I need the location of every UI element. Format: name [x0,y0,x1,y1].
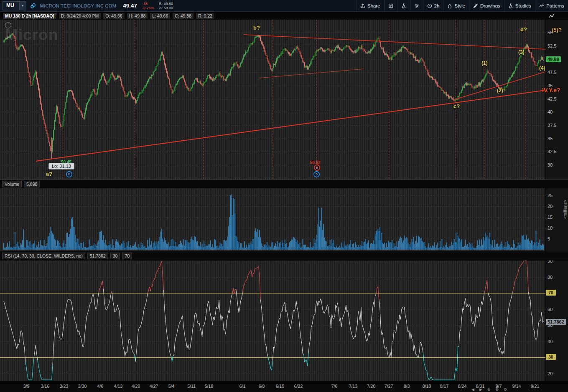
volume-canvas[interactable] [0,188,545,251]
last-price-badge: 49.88 [546,56,561,62]
high-price-label: 50.82 [310,160,321,165]
price-axis-tick: 42.5 [548,96,556,101]
wave-label-2[interactable]: (2) [497,88,503,94]
wave-label-3[interactable]: (3) [518,49,525,55]
drawings-label: Drawings [480,3,500,8]
patterns-button[interactable]: Patterns [535,0,568,11]
company-name: MICRON TECHNOLOGY INC COM [40,3,117,8]
toolbar-right-group: Share 2h Style Drawings [356,0,568,11]
time-axis-tick: 7/13 [345,384,362,389]
timeframe-button[interactable]: 2h [423,0,443,11]
volume-axis-tick: 10 [548,225,553,230]
rsi-overbought-badge: 70 [546,290,556,296]
time-axis-tick: 7/6 [326,384,343,389]
rsi-last-badge: 51.7862 [546,319,566,325]
chart-style-toggle[interactable] [549,13,555,18]
time-axis-tick: 8/10 [418,384,435,389]
timeframe-label: 2h [434,3,440,8]
wave-label-b[interactable]: b? [253,25,260,31]
price-axis-tick: 32.5 [548,149,556,154]
notes-button[interactable] [384,0,397,11]
rsi-axis-tick: 40 [548,339,553,344]
time-axis-tick: 3/23 [56,384,72,389]
wave-label-c[interactable]: c? [453,103,460,109]
volume-pane: 252015105 <millions> [0,188,568,251]
beaker-icon [508,3,513,8]
bar-high: H: 49.88 [127,13,148,19]
drawings-button[interactable]: Drawings [469,0,504,11]
time-axis-tick: 8/31 [472,384,489,389]
volume-axis-tick: 25 [548,193,553,198]
pencil-icon [473,3,478,8]
bar-open: O: 49.66 [103,13,125,19]
volume-header: Volume 5,898 [0,180,568,188]
wave-label-d[interactable]: d? [520,26,527,33]
time-axis-tick: 9/21 [527,384,543,389]
volume-axis-tick: 5 [548,236,550,241]
settings-button[interactable] [410,0,423,11]
time-axis-tick: 6/8 [253,384,270,389]
wave-label-1[interactable]: (1) [481,60,488,66]
volume-study-label[interactable]: Volume [2,181,22,187]
change-value: -38 [142,2,154,6]
time-axis-tick: 9/14 [508,384,525,389]
style-label: Style [454,3,465,8]
dividend-marker-icon[interactable]: D [66,171,72,177]
chevron-down-icon[interactable]: ▾ [19,2,26,10]
time-axis-tick: 4/27 [145,384,162,389]
zigzag-pattern-icon [539,3,544,8]
last-price: 49.47 [123,3,137,9]
symbol-combo[interactable]: MU ▾ [3,1,26,10]
time-axis-tick: 4/13 [110,384,127,389]
style-button[interactable]: Style [443,0,469,11]
watermark: Micron [5,26,58,44]
low-price-tooltip: Lo: 31.13 [48,163,74,169]
time-axis-tick: 7/20 [363,384,380,389]
rsi-study-label[interactable]: RSI (14, 70, 30, CLOSE, WILDERS, no) [2,253,85,259]
rsi-overbought-chip[interactable]: 70 [122,253,132,259]
note-icon [388,3,393,8]
bar-range: R: 0.22 [196,13,215,19]
gear-icon [414,3,419,8]
style-droplet-icon [447,3,452,8]
volume-axis-tick: 15 [548,215,553,220]
ondemand-button[interactable] [397,0,410,11]
event-marker-icon[interactable]: E [314,164,320,171]
price-axis-tick: 37.5 [548,123,556,128]
time-axis-tick: 5/18 [201,384,217,389]
share-button[interactable]: Share [356,0,384,11]
time-axis-tick: 8/3 [398,384,415,389]
price-pane: i Micron 50.45 50.82 Lo: 31.13 D E D 555… [0,20,568,180]
bid-ask-stack: B: 49.80 A: 50.00 [159,2,173,10]
price-chart-canvas[interactable] [0,20,545,180]
symbol-link-icon[interactable] [30,3,36,9]
patterns-label: Patterns [546,3,564,8]
time-axis-tick: 6/1 [234,384,251,389]
time-axis-tick: 5/11 [183,384,200,389]
studies-button[interactable]: Studies [504,0,535,11]
rsi-canvas[interactable] [0,260,545,381]
rsi-oversold-chip[interactable]: 30 [110,253,120,259]
bid-value: B: 49.80 [159,2,173,6]
wave-label-ivye[interactable]: IV.Y.e? [542,87,560,94]
top-toolbar: MU ▾ MICRON TECHNOLOGY INC COM 49.47 -38… [0,0,568,12]
chart-title: MU 180 D 2h [NASDAQ] [3,13,57,19]
time-axis-tick: 3/16 [37,384,53,389]
wave-label-5[interactable]: (5)? [552,27,562,33]
wave-label-4[interactable]: (4) [539,65,545,71]
trading-app-window: MU ▾ MICRON TECHNOLOGY INC COM 49.47 -38… [0,0,568,392]
wave-label-a[interactable]: a? [46,171,52,177]
bar-low: L: 49.66 [150,13,171,19]
price-axis-tick: 30 [548,162,553,167]
rsi-pane: 908060504020 51.7862 7030 [0,260,568,381]
dividend-marker-icon[interactable]: D [313,171,320,177]
share-icon [360,3,365,8]
flask-icon [401,3,406,8]
rsi-axis-tick: 80 [548,275,553,280]
chart-header: MU 180 D 2h [NASDAQ] D: 9/24/20 4:00 PM … [0,12,568,20]
volume-value: 5,898 [24,181,40,187]
price-axis-tick: 40 [548,109,553,114]
time-axis[interactable]: ◀▶⊕⊖⚙ 3/93/163/233/304/64/134/204/275/45… [0,381,568,392]
time-axis-tick: 4/20 [127,384,144,389]
rsi-value: 51.7862 [87,253,108,259]
